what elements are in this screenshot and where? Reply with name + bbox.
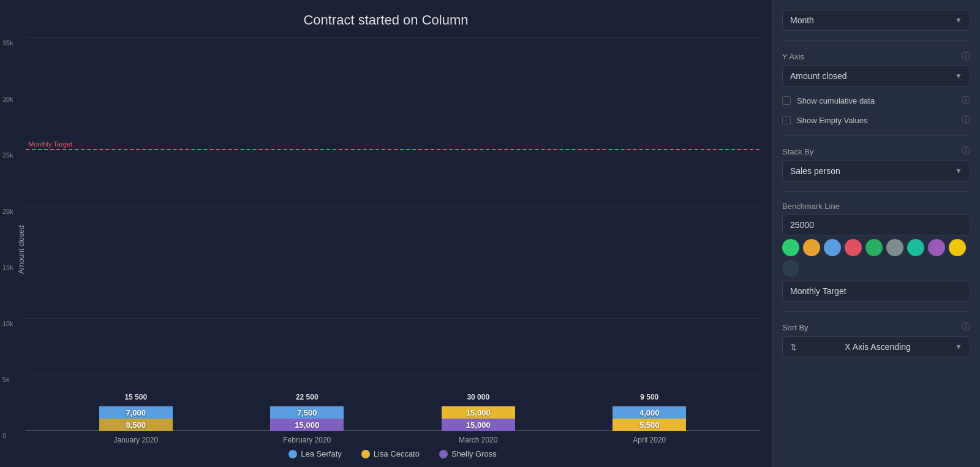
empty-info-icon[interactable]: ⓘ [962,115,970,126]
legend-label: Shelly Gross [451,449,497,458]
bars-container: 15 5008,5007,00022 50015,0007,50030 0001… [26,38,760,431]
grid-label: 10k [2,320,13,327]
grid-label: 25k [2,151,13,159]
y-axis-section: Y Axis ⓘ Amount closed ▼ [782,51,970,86]
bar-total-label: 22 500 [296,393,318,401]
x-axis-label: April 2020 [612,436,686,444]
color-option-dark[interactable] [782,260,799,277]
x-axis-dropdown-value: Month [790,15,814,25]
grid-label: 15k [2,264,13,271]
sort-by-value: X Axis Ascending [845,342,910,352]
bar-stack: 9 5005,5004,000 [612,406,686,431]
chart-area: Contract started on Column Amount closed… [0,0,772,467]
legend-item: Shelly Gross [439,449,497,458]
bar-segment: 15,000 [270,419,344,431]
x-axis-dropdown[interactable]: Month ▼ [782,10,970,31]
show-cumulative-row: Show cumulative data ⓘ [782,95,970,106]
benchmark-line: Monthly Target [26,149,760,150]
stack-by-section: Stack By ⓘ Sales person ▼ [782,146,970,181]
bar-group: 15 5008,5007,000 [99,406,173,431]
sort-by-label: Sort By [782,323,809,332]
bar-segment: 5,500 [612,419,686,431]
bar-segment: 8,500 [99,419,173,431]
chevron-down-icon-4: ▼ [955,343,962,351]
bar-segment: 4,000 [612,406,686,419]
right-panel: Month ▼ Y Axis ⓘ Amount closed ▼ Show cu… [772,0,980,467]
legend: Lea SerfatyLisa CeccatoShelly Gross [26,449,760,461]
x-axis-label: January 2020 [99,436,173,444]
y-axis-info-icon[interactable]: ⓘ [962,51,970,62]
show-empty-checkbox[interactable] [782,116,791,124]
stack-by-dropdown[interactable]: Sales person ▼ [782,161,970,181]
chevron-down-icon-2: ▼ [955,72,962,80]
x-axis-label: March 2020 [442,436,515,444]
y-axis-label-text: Y Axis [782,52,804,61]
bar-segment: 7,500 [270,406,344,419]
show-cumulative-checkbox[interactable] [782,96,791,105]
x-axis-labels: January 2020February 2020March 2020April… [26,431,760,444]
grid-label: 35k [2,39,13,47]
bar-stack: 22 50015,0007,500 [270,406,344,431]
color-option-purple[interactable] [928,239,945,256]
benchmark-line-label: Benchmark Line [782,202,970,211]
chevron-down-icon: ▼ [955,16,962,25]
bar-total-label: 30 000 [467,393,489,401]
bar-total-label: 9 500 [640,393,658,401]
color-option-gray[interactable] [886,239,903,256]
sort-by-row: Sort By ⓘ [782,322,970,333]
bar-group: 30 00015,00015,000 [442,406,515,431]
chart-inner: 35k30k25k20k15k10k5k0Monthly Target 15 5… [26,38,760,461]
divider-2 [782,135,970,136]
x-axis-label: February 2020 [270,436,344,444]
color-option-orange[interactable] [803,239,820,256]
stack-by-info-icon[interactable]: ⓘ [962,146,970,157]
bar-total-label: 15 500 [124,393,147,401]
y-axis-label: Amount closed [12,38,26,461]
legend-item: Lea Serfaty [288,449,342,458]
legend-dot [288,450,297,458]
bar-stack: 30 00015,00015,000 [442,406,515,431]
cumulative-info-icon[interactable]: ⓘ [962,95,970,106]
sort-by-info-icon[interactable]: ⓘ [962,322,970,333]
bar-group: 22 50015,0007,500 [270,406,344,431]
benchmark-section: Benchmark Line 25000 Monthly Target [782,202,970,302]
bar-segment: 7,000 [99,406,173,419]
sort-by-section: Sort By ⓘ ⇅ X Axis Ascending ▼ [782,322,970,357]
grid-label: 30k [2,96,13,103]
benchmark-input[interactable]: 25000 [782,215,970,235]
grid-label: 5k [2,376,10,383]
stack-by-label: Stack By [782,147,813,156]
color-option-blue[interactable] [824,239,841,256]
chart-title: Contract started on Column [12,12,760,28]
y-axis-row: Y Axis ⓘ [782,51,970,62]
color-option-teal[interactable] [907,239,924,256]
color-grid [782,239,970,277]
divider-1 [782,40,970,41]
sort-by-dropdown[interactable]: ⇅ X Axis Ascending ▼ [782,336,970,357]
bar-segment: 15,000 [442,419,515,431]
y-axis-dropdown[interactable]: Amount closed ▼ [782,66,970,86]
grid-label: 0 [2,432,6,439]
legend-label: Lisa Ceccato [374,449,420,458]
benchmark-label: Monthly Target [28,140,72,148]
x-axis-section: Month ▼ [782,10,970,31]
stack-by-value: Sales person [790,166,840,176]
legend-dot [439,450,448,458]
legend-dot [361,450,370,458]
color-option-red[interactable] [845,239,862,256]
color-option-green-bright[interactable] [782,239,799,256]
benchmark-name-box[interactable]: Monthly Target [782,281,970,302]
sort-icon: ⇅ [790,343,797,352]
show-empty-row: Show Empty Values ⓘ [782,115,970,126]
show-cumulative-label: Show cumulative data [797,96,875,105]
chevron-down-icon-3: ▼ [955,167,962,175]
divider-3 [782,191,970,192]
legend-item: Lisa Ceccato [361,449,420,458]
show-empty-label: Show Empty Values [797,116,867,125]
color-option-yellow[interactable] [949,239,966,256]
grid-area: 35k30k25k20k15k10k5k0Monthly Target 15 5… [26,38,760,431]
grid-label: 20k [2,208,13,215]
color-option-green-mid[interactable] [865,239,883,256]
legend-label: Lea Serfaty [301,449,342,458]
y-axis-dropdown-value: Amount closed [790,71,847,81]
